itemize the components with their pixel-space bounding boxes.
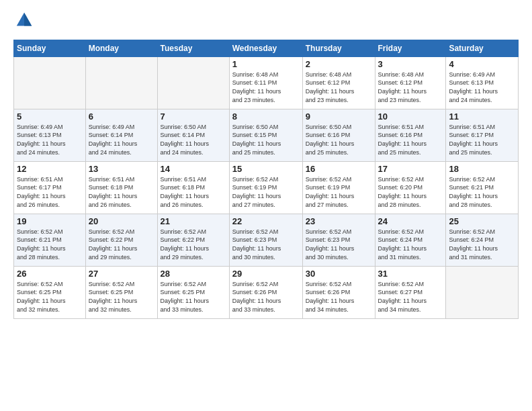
day-number: 12	[17, 164, 83, 174]
day-number: 17	[378, 164, 443, 174]
day-number: 15	[232, 164, 300, 174]
calendar-cell: 24Sunrise: 6:52 AM Sunset: 6:24 PM Dayli…	[375, 214, 446, 266]
calendar-cell: 12Sunrise: 6:51 AM Sunset: 6:17 PM Dayli…	[14, 161, 86, 214]
day-info: Sunrise: 6:51 AM Sunset: 6:18 PM Dayligh…	[161, 175, 226, 209]
calendar-cell	[85, 56, 157, 109]
day-number: 8	[232, 111, 300, 122]
day-number: 22	[232, 216, 300, 226]
weekday-header-thursday: Thursday	[302, 40, 375, 56]
weekday-header-sunday: Sunday	[14, 40, 86, 56]
weekday-header-friday: Friday	[375, 40, 446, 56]
calendar-cell: 10Sunrise: 6:51 AM Sunset: 6:16 PM Dayli…	[375, 109, 446, 161]
calendar-cell: 31Sunrise: 6:52 AM Sunset: 6:27 PM Dayli…	[375, 266, 446, 318]
calendar-cell: 11Sunrise: 6:51 AM Sunset: 6:17 PM Dayli…	[446, 109, 519, 161]
day-info: Sunrise: 6:48 AM Sunset: 6:11 PM Dayligh…	[232, 71, 300, 104]
day-info: Sunrise: 6:52 AM Sunset: 6:21 PM Dayligh…	[17, 228, 83, 261]
calendar-cell: 23Sunrise: 6:52 AM Sunset: 6:23 PM Dayli…	[302, 214, 375, 266]
calendar-cell: 9Sunrise: 6:50 AM Sunset: 6:16 PM Daylig…	[302, 109, 375, 161]
calendar-cell: 3Sunrise: 6:48 AM Sunset: 6:12 PM Daylig…	[375, 56, 446, 109]
day-info: Sunrise: 6:52 AM Sunset: 6:26 PM Dayligh…	[306, 280, 372, 314]
day-number: 9	[306, 111, 372, 122]
day-info: Sunrise: 6:52 AM Sunset: 6:22 PM Dayligh…	[89, 228, 154, 261]
calendar-cell: 29Sunrise: 6:52 AM Sunset: 6:26 PM Dayli…	[229, 266, 302, 318]
week-row-2: 5Sunrise: 6:49 AM Sunset: 6:13 PM Daylig…	[14, 109, 519, 161]
day-number: 23	[306, 216, 372, 226]
week-row-4: 19Sunrise: 6:52 AM Sunset: 6:21 PM Dayli…	[14, 214, 519, 266]
day-number: 25	[449, 216, 515, 226]
day-info: Sunrise: 6:52 AM Sunset: 6:24 PM Dayligh…	[378, 228, 443, 261]
day-info: Sunrise: 6:52 AM Sunset: 6:21 PM Dayligh…	[449, 175, 515, 209]
day-info: Sunrise: 6:50 AM Sunset: 6:16 PM Dayligh…	[306, 123, 372, 156]
calendar-cell: 15Sunrise: 6:52 AM Sunset: 6:19 PM Dayli…	[229, 161, 302, 214]
day-number: 31	[378, 269, 443, 279]
calendar-cell: 26Sunrise: 6:52 AM Sunset: 6:25 PM Dayli…	[14, 266, 86, 318]
calendar-cell: 25Sunrise: 6:52 AM Sunset: 6:24 PM Dayli…	[446, 214, 519, 266]
header	[13, 11, 519, 33]
logo	[13, 11, 34, 33]
day-number: 18	[449, 164, 515, 174]
calendar-cell: 14Sunrise: 6:51 AM Sunset: 6:18 PM Dayli…	[157, 161, 229, 214]
week-row-3: 12Sunrise: 6:51 AM Sunset: 6:17 PM Dayli…	[14, 161, 519, 214]
day-number: 3	[378, 59, 443, 69]
day-info: Sunrise: 6:52 AM Sunset: 6:19 PM Dayligh…	[232, 175, 300, 209]
weekday-header-wednesday: Wednesday	[229, 40, 302, 56]
day-number: 26	[17, 269, 83, 279]
weekday-header-saturday: Saturday	[446, 40, 519, 56]
day-number: 2	[306, 59, 372, 69]
calendar-cell: 6Sunrise: 6:49 AM Sunset: 6:14 PM Daylig…	[85, 109, 157, 161]
day-number: 13	[89, 164, 154, 174]
calendar-cell	[14, 56, 86, 109]
logo-icon	[15, 11, 34, 30]
day-number: 4	[449, 59, 515, 69]
logo-text	[13, 11, 34, 33]
day-number: 6	[89, 111, 154, 122]
day-info: Sunrise: 6:50 AM Sunset: 6:15 PM Dayligh…	[232, 123, 300, 156]
day-info: Sunrise: 6:52 AM Sunset: 6:19 PM Dayligh…	[306, 175, 372, 209]
calendar-table: SundayMondayTuesdayWednesdayThursdayFrid…	[13, 40, 519, 319]
weekday-header-tuesday: Tuesday	[157, 40, 229, 56]
day-info: Sunrise: 6:52 AM Sunset: 6:25 PM Dayligh…	[89, 280, 154, 314]
day-info: Sunrise: 6:52 AM Sunset: 6:23 PM Dayligh…	[306, 228, 372, 261]
day-info: Sunrise: 6:51 AM Sunset: 6:17 PM Dayligh…	[449, 123, 515, 156]
weekday-header-monday: Monday	[85, 40, 157, 56]
day-number: 11	[449, 111, 515, 122]
day-number: 24	[378, 216, 443, 226]
calendar-cell: 5Sunrise: 6:49 AM Sunset: 6:13 PM Daylig…	[14, 109, 86, 161]
calendar-cell: 1Sunrise: 6:48 AM Sunset: 6:11 PM Daylig…	[229, 56, 302, 109]
calendar-cell: 8Sunrise: 6:50 AM Sunset: 6:15 PM Daylig…	[229, 109, 302, 161]
calendar-cell: 7Sunrise: 6:50 AM Sunset: 6:14 PM Daylig…	[157, 109, 229, 161]
day-number: 28	[161, 269, 226, 279]
day-number: 19	[17, 216, 83, 226]
day-info: Sunrise: 6:50 AM Sunset: 6:14 PM Dayligh…	[161, 123, 226, 156]
weekday-header-row: SundayMondayTuesdayWednesdayThursdayFrid…	[14, 40, 519, 56]
calendar-cell: 17Sunrise: 6:52 AM Sunset: 6:20 PM Dayli…	[375, 161, 446, 214]
day-number: 21	[161, 216, 226, 226]
day-info: Sunrise: 6:51 AM Sunset: 6:16 PM Dayligh…	[378, 123, 443, 156]
calendar-cell	[157, 56, 229, 109]
calendar-cell: 28Sunrise: 6:52 AM Sunset: 6:25 PM Dayli…	[157, 266, 229, 318]
day-info: Sunrise: 6:51 AM Sunset: 6:17 PM Dayligh…	[17, 175, 83, 209]
day-info: Sunrise: 6:52 AM Sunset: 6:25 PM Dayligh…	[17, 280, 83, 314]
day-info: Sunrise: 6:52 AM Sunset: 6:25 PM Dayligh…	[161, 280, 226, 314]
day-info: Sunrise: 6:52 AM Sunset: 6:22 PM Dayligh…	[161, 228, 226, 261]
day-number: 30	[306, 269, 372, 279]
day-number: 29	[232, 269, 300, 279]
day-number: 10	[378, 111, 443, 122]
week-row-1: 1Sunrise: 6:48 AM Sunset: 6:11 PM Daylig…	[14, 56, 519, 109]
day-number: 16	[306, 164, 372, 174]
day-info: Sunrise: 6:52 AM Sunset: 6:23 PM Dayligh…	[232, 228, 300, 261]
day-info: Sunrise: 6:49 AM Sunset: 6:13 PM Dayligh…	[449, 71, 515, 104]
svg-marker-1	[24, 13, 32, 26]
day-number: 7	[161, 111, 226, 122]
day-number: 1	[232, 59, 300, 69]
calendar-cell: 18Sunrise: 6:52 AM Sunset: 6:21 PM Dayli…	[446, 161, 519, 214]
day-info: Sunrise: 6:48 AM Sunset: 6:12 PM Dayligh…	[306, 71, 372, 104]
day-info: Sunrise: 6:49 AM Sunset: 6:14 PM Dayligh…	[89, 123, 154, 156]
calendar-cell: 13Sunrise: 6:51 AM Sunset: 6:18 PM Dayli…	[85, 161, 157, 214]
day-number: 5	[17, 111, 83, 122]
calendar-cell: 19Sunrise: 6:52 AM Sunset: 6:21 PM Dayli…	[14, 214, 86, 266]
calendar-cell: 20Sunrise: 6:52 AM Sunset: 6:22 PM Dayli…	[85, 214, 157, 266]
day-info: Sunrise: 6:52 AM Sunset: 6:26 PM Dayligh…	[232, 280, 300, 314]
calendar-cell: 16Sunrise: 6:52 AM Sunset: 6:19 PM Dayli…	[302, 161, 375, 214]
calendar-cell: 30Sunrise: 6:52 AM Sunset: 6:26 PM Dayli…	[302, 266, 375, 318]
